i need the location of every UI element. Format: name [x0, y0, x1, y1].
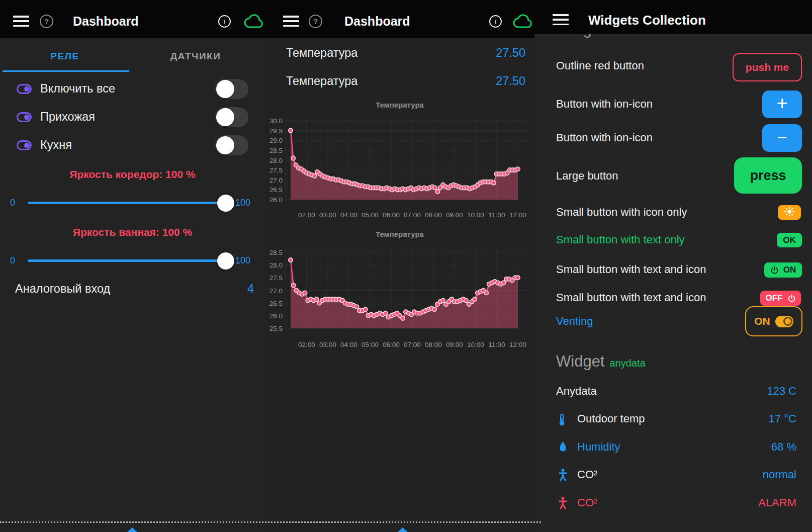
- sun-icon: [784, 206, 795, 219]
- minus-button[interactable]: −: [762, 124, 802, 152]
- power-icon: [787, 294, 796, 303]
- svg-text:05:00: 05:00: [362, 211, 379, 219]
- slider-knob[interactable]: [217, 252, 234, 270]
- svg-text:11:00: 11:00: [489, 341, 505, 348]
- svg-text:28.5: 28.5: [269, 147, 283, 154]
- left-app-bar: ? Dashboard i: [0, 0, 265, 38]
- push-me-button[interactable]: push me: [733, 53, 802, 81]
- widget-row-label: Small button with text and icon: [556, 263, 706, 276]
- analog-input-label: Аналоговый вход: [15, 282, 110, 296]
- help-icon[interactable]: ?: [40, 15, 53, 28]
- svg-text:09:00: 09:00: [446, 341, 463, 348]
- widget-row-label: Outline red button: [556, 59, 644, 72]
- svg-text:12:00: 12:00: [509, 211, 526, 219]
- slider-max-label: 100: [235, 255, 250, 266]
- active-tab-underline: [3, 70, 129, 72]
- thermometer-icon: [558, 413, 566, 428]
- page-title: Widgets Collection: [588, 13, 706, 28]
- svg-text:06:00: 06:00: [383, 341, 400, 348]
- reading-value: 27.50: [426, 46, 525, 60]
- dotted-separator: [0, 521, 541, 523]
- svg-text:02:00: 02:00: [298, 341, 315, 348]
- off-button[interactable]: OFF: [760, 291, 801, 306]
- menu-icon[interactable]: [13, 16, 29, 27]
- analog-input-value: 4: [171, 282, 254, 296]
- svg-text:25.5: 25.5: [269, 325, 283, 332]
- svg-text:26.0: 26.0: [269, 312, 283, 320]
- svg-text:09:00: 09:00: [446, 211, 463, 219]
- widget-row-label: Small button with text only: [556, 233, 685, 246]
- svg-text:10:00: 10:00: [467, 211, 484, 219]
- person-icon: [558, 496, 568, 512]
- data-row-label: Outdoor temp: [577, 412, 645, 425]
- tab-sensors[interactable]: ДАТЧИКИ: [130, 51, 261, 62]
- middle-app-bar: ? Dashboard i: [265, 0, 534, 38]
- sun-button[interactable]: [778, 205, 801, 220]
- data-row-value: 68 %: [771, 440, 796, 454]
- ok-button[interactable]: OK: [777, 233, 802, 247]
- slider-max-label: 100: [235, 198, 250, 208]
- data-row-label: CO²: [577, 496, 597, 509]
- switch-kitchen-toggle[interactable]: [215, 135, 248, 155]
- toggle-on-icon: [775, 316, 793, 327]
- cloud-status-icon[interactable]: [513, 14, 534, 31]
- svg-text:30.0: 30.0: [269, 117, 283, 125]
- data-row-value: 123 C: [767, 385, 796, 398]
- brightness-corridor-slider[interactable]: [28, 202, 232, 204]
- relay-icon: [17, 84, 32, 96]
- press-button[interactable]: press: [734, 157, 802, 194]
- page-title: Dashboard: [344, 14, 410, 29]
- widgets-collection-panel: Widgets Collection Widgetbuttons Outline…: [534, 0, 812, 532]
- menu-icon[interactable]: [283, 16, 299, 27]
- widget-row-label: Small button with icon only: [556, 206, 687, 219]
- svg-text:08:00: 08:00: [425, 211, 442, 219]
- section-tag: anydata: [609, 358, 645, 369]
- widget-row-label: Button with ion-icon: [556, 131, 653, 144]
- venting-button[interactable]: ON: [745, 306, 802, 336]
- switch-hallway-toggle[interactable]: [215, 107, 248, 127]
- svg-text:26.0: 26.0: [269, 196, 283, 204]
- section-word: Widget: [556, 34, 604, 38]
- brightness-bathroom-slider[interactable]: [28, 259, 232, 262]
- section-tag: buttons: [609, 34, 643, 36]
- slider-min-label: 0: [10, 255, 15, 266]
- help-icon[interactable]: ?: [309, 15, 322, 28]
- droplet-icon: [559, 441, 567, 455]
- person-icon: [558, 468, 568, 484]
- data-row-label: Humidity: [577, 440, 620, 454]
- power-icon: [770, 266, 779, 275]
- data-row-value: ALARM: [758, 496, 796, 509]
- svg-text:02:00: 02:00: [298, 211, 315, 219]
- on-button[interactable]: ON: [764, 262, 802, 278]
- tab-relays[interactable]: РЕЛЕ: [0, 51, 130, 62]
- info-icon[interactable]: i: [218, 15, 231, 28]
- svg-text:26.5: 26.5: [269, 186, 283, 194]
- switch-all-toggle[interactable]: [215, 79, 248, 99]
- switch-row-label: Включить все: [40, 82, 115, 96]
- cloud-status-icon[interactable]: [244, 14, 265, 31]
- svg-text:03:00: 03:00: [319, 341, 336, 348]
- svg-text:26.5: 26.5: [269, 300, 283, 307]
- svg-text:07:00: 07:00: [404, 341, 421, 348]
- temperature-chart-1: 30.029.529.028.528.027.527.026.526.002:0…: [265, 114, 542, 220]
- svg-text:04:00: 04:00: [340, 211, 357, 219]
- svg-text:27.5: 27.5: [269, 166, 283, 174]
- switch-row-label: Кухня: [40, 138, 72, 152]
- svg-text:06:00: 06:00: [383, 211, 400, 219]
- right-app-bar: Widgets Collection: [534, 0, 812, 34]
- widget-row-label: Small button with text and icon: [556, 291, 706, 304]
- svg-text:04:00: 04:00: [340, 341, 357, 348]
- clipped-section-heading: Widgetbuttons: [556, 34, 707, 43]
- section-heading: Widgetanydata: [556, 352, 646, 371]
- slider-knob[interactable]: [217, 195, 234, 212]
- svg-text:28.0: 28.0: [269, 261, 283, 269]
- plus-button[interactable]: +: [762, 91, 802, 118]
- svg-text:28.0: 28.0: [269, 157, 283, 164]
- relay-icon: [17, 112, 32, 124]
- svg-text:29.5: 29.5: [269, 127, 283, 135]
- info-icon[interactable]: i: [489, 15, 502, 28]
- slider-min-label: 0: [10, 198, 15, 208]
- svg-text:27.5: 27.5: [269, 274, 283, 282]
- svg-text:11:00: 11:00: [489, 211, 505, 219]
- menu-icon[interactable]: [553, 14, 569, 25]
